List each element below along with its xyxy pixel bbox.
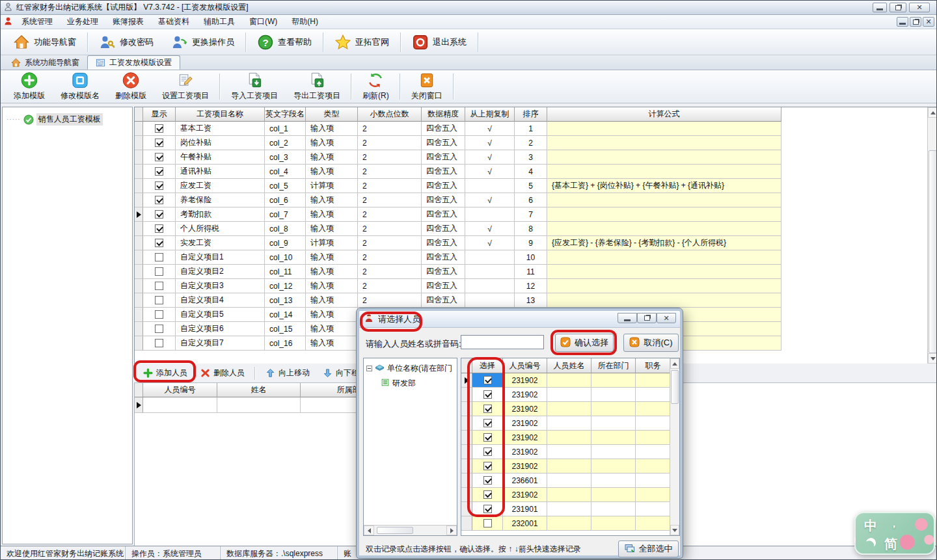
select-checkbox[interactable] <box>483 447 492 456</box>
toolbar-button[interactable]: 亚拓官网 <box>326 32 398 53</box>
display-checkbox[interactable] <box>155 267 163 276</box>
select-cell[interactable] <box>472 402 503 416</box>
select-cell[interactable] <box>472 373 503 388</box>
display-checkbox[interactable] <box>155 325 163 333</box>
template-tree-panel[interactable]: ·····销售人员工资模板 <box>2 107 133 544</box>
person-grid-vscrollbar[interactable] <box>670 358 679 535</box>
scroll-down-button[interactable] <box>928 353 937 364</box>
salary-grid-vscrollbar[interactable] <box>927 107 937 364</box>
person-row[interactable]: 231902 <box>461 373 679 388</box>
tree-item-template[interactable]: ·····销售人员工资模板 <box>7 113 132 126</box>
select-cell[interactable] <box>472 445 503 459</box>
template-toolbar-button[interactable]: 刷新(R) <box>355 71 397 102</box>
salary-item-row[interactable]: 应发工资col_5计算项2四舍五入5{基本工资} + {岗位补贴} + {午餐补… <box>135 179 937 193</box>
select-checkbox[interactable] <box>483 390 492 399</box>
scroll-left-button[interactable] <box>364 526 374 535</box>
salary-item-row[interactable]: 自定义项目1col_10输入项2四舍五入10 <box>135 250 937 265</box>
scroll-thumb[interactable] <box>671 370 679 404</box>
person-action-button[interactable]: 删除人员 <box>195 366 250 380</box>
person-row[interactable]: 232001 <box>461 516 679 531</box>
mdi-minimize-button[interactable] <box>897 17 908 27</box>
ime-language-widget[interactable]: 中 ， 简 <box>854 512 935 555</box>
display-checkbox[interactable] <box>155 153 163 161</box>
dialog-close-button[interactable]: ✕ <box>657 313 676 323</box>
tab-active[interactable]: 工资发放模版设置 <box>87 55 180 70</box>
column-header[interactable]: 显示 <box>143 107 176 122</box>
person-row[interactable]: 236601 <box>461 473 679 488</box>
scroll-right-button[interactable] <box>446 526 457 535</box>
column-header[interactable]: 职务 <box>636 358 671 373</box>
column-header[interactable]: 排序 <box>515 107 547 122</box>
person-row[interactable]: 231902 <box>461 388 679 402</box>
salary-item-row[interactable]: 通讯补贴col_4输入项2四舍五入√4 <box>135 165 937 179</box>
column-header[interactable]: 人员姓名 <box>547 358 591 373</box>
template-toolbar-button[interactable]: 设置工资项目 <box>154 71 217 102</box>
display-checkbox[interactable] <box>155 339 163 347</box>
toolbar-button[interactable]: 修改密码 <box>90 32 163 53</box>
tree-collapse-icon[interactable] <box>366 366 372 371</box>
display-checkbox[interactable] <box>155 139 163 147</box>
select-cell[interactable] <box>472 459 503 473</box>
tab-inactive[interactable]: 系统功能导航窗 <box>3 55 87 70</box>
template-toolbar-button[interactable]: 添加模版 <box>6 71 53 102</box>
template-toolbar-button[interactable]: 关闭窗口 <box>403 71 450 102</box>
column-header[interactable]: 所在部门 <box>591 358 636 373</box>
toolbar-button[interactable]: 更换操作员 <box>163 32 243 53</box>
select-checkbox[interactable] <box>483 462 492 470</box>
person-action-button[interactable]: 向上移动 <box>260 366 315 380</box>
display-checkbox[interactable] <box>155 124 163 133</box>
toolbar-button[interactable]: 退出系统 <box>403 32 476 53</box>
select-cell[interactable] <box>472 431 503 445</box>
display-checkbox[interactable] <box>155 196 163 204</box>
tree-node-dept[interactable]: 研发部 <box>381 378 457 389</box>
column-header[interactable]: 姓名 <box>217 383 301 397</box>
display-checkbox[interactable] <box>155 282 163 290</box>
column-header[interactable]: 小数点位数 <box>358 107 422 122</box>
select-checkbox[interactable] <box>483 519 492 527</box>
select-checkbox[interactable] <box>483 490 492 499</box>
template-toolbar-button[interactable]: 修改模版名 <box>53 71 107 102</box>
select-checkbox[interactable] <box>483 505 492 513</box>
cancel-button[interactable]: 取消(C) <box>623 334 679 352</box>
salary-item-row[interactable]: 养老保险col_6输入项2四舍五入√6 <box>135 193 937 207</box>
column-header[interactable]: 从上期复制 <box>465 107 515 122</box>
salary-item-row[interactable]: 自定义项目4col_13输入项2四舍五入13 <box>135 293 937 308</box>
display-checkbox[interactable] <box>155 167 163 176</box>
select-cell[interactable] <box>472 416 503 431</box>
person-row[interactable]: 231902 <box>461 459 679 473</box>
select-checkbox[interactable] <box>483 376 492 384</box>
confirm-select-button[interactable]: 确认选择 <box>555 334 614 352</box>
display-checkbox[interactable] <box>155 181 163 190</box>
dialog-restore-button[interactable] <box>637 313 657 323</box>
select-cell[interactable] <box>472 516 503 531</box>
person-row[interactable]: 231901 <box>461 502 679 516</box>
select-cell[interactable] <box>472 473 503 488</box>
close-button[interactable]: ✕ <box>909 3 930 12</box>
scroll-down-button[interactable] <box>670 525 679 535</box>
display-checkbox[interactable] <box>155 296 163 304</box>
salary-item-row[interactable]: 午餐补贴col_3输入项2四舍五入√3 <box>135 150 937 165</box>
salary-item-row[interactable]: 考勤扣款col_7输入项2四舍五入7 <box>135 207 937 222</box>
column-header[interactable]: 人员编号 <box>143 383 217 397</box>
select-checkbox[interactable] <box>483 433 492 442</box>
scroll-thumb[interactable] <box>929 150 937 353</box>
salary-item-row[interactable]: 个人所得税col_8输入项2四舍五入√8 <box>135 222 937 236</box>
menu-item[interactable]: 帮助(H) <box>284 15 325 29</box>
column-header[interactable]: 类型 <box>306 107 358 122</box>
department-tree[interactable]: 单位名称(请在部门 研发部 <box>363 358 457 536</box>
display-checkbox[interactable] <box>155 310 163 319</box>
menu-item[interactable]: 业务处理 <box>60 15 105 29</box>
person-row[interactable]: 231902 <box>461 488 679 502</box>
display-checkbox[interactable] <box>155 224 163 233</box>
menu-item[interactable]: 基础资料 <box>151 15 197 29</box>
add-person-button[interactable]: 添加人员 <box>138 366 193 380</box>
template-toolbar-button[interactable]: 导出工资项目 <box>286 71 348 102</box>
mdi-close-button[interactable]: ✕ <box>923 17 934 27</box>
salary-item-row[interactable]: 岗位补贴col_2输入项2四舍五入√2 <box>135 136 937 150</box>
salary-item-row[interactable]: 自定义项目3col_12输入项2四舍五入12 <box>135 279 937 293</box>
template-toolbar-button[interactable]: 删除模版 <box>107 71 154 102</box>
template-toolbar-button[interactable]: 导入工资项目 <box>223 71 286 102</box>
column-header[interactable]: 计算公式 <box>547 107 781 122</box>
person-select-grid[interactable]: 选择人员编号人员姓名所在部门职务 23190223190223190223190… <box>461 358 680 536</box>
menu-item[interactable]: 账簿报表 <box>105 15 151 29</box>
